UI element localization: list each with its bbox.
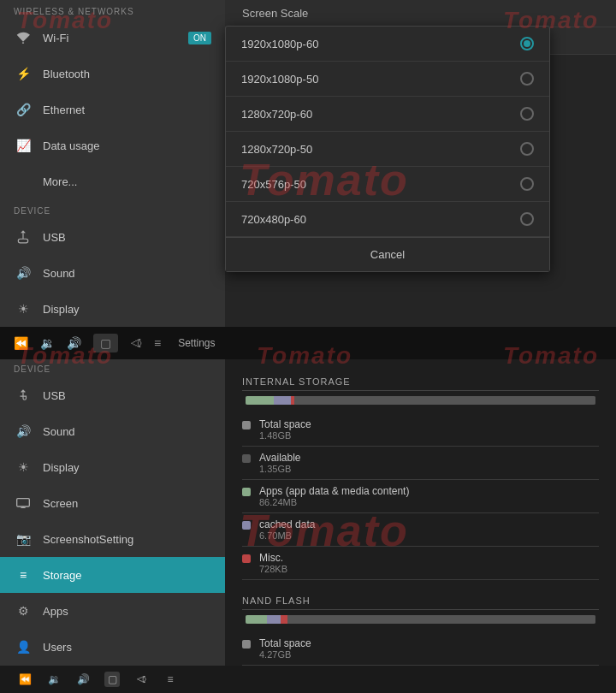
option-label-1: 1920x1080p-50 xyxy=(241,73,318,86)
option-label-2: 1280x720p-60 xyxy=(241,108,312,121)
apps-label: Apps xyxy=(43,605,68,618)
sidebar-item-display-top[interactable]: ☀ Display xyxy=(0,291,225,327)
sidebar-item-usb-bottom[interactable]: USB xyxy=(0,377,225,413)
bar-free xyxy=(294,396,595,405)
mid-taskbar: ⏪ 🔉 🔊 ▢ ⏿ ≡ Settings xyxy=(0,327,616,359)
vol-up-icon-bottom[interactable]: 🔊 xyxy=(75,672,91,687)
radio-2 xyxy=(520,107,534,121)
screenshot-label-bottom: ScreenshotSetting xyxy=(43,533,133,546)
sidebar-item-data-usage[interactable]: 📈 Data usage xyxy=(0,127,225,163)
vol-up-icon-mid[interactable]: 🔊 xyxy=(67,336,81,350)
misc-row: Misc. 728KB xyxy=(242,547,599,580)
nand-bar-misc xyxy=(281,615,287,624)
cached-value: 6.70MB xyxy=(259,530,315,541)
radio-1 xyxy=(520,72,534,86)
power-icon-mid[interactable]: ⏿ xyxy=(130,336,142,350)
lower-sidebar: DEVICE USB 🔊 Sound ☀ Display Screen 📷 Sc… xyxy=(0,359,225,693)
sidebar-item-apps[interactable]: ⚙ Apps xyxy=(0,593,225,629)
apps-label: Apps (app data & media content) xyxy=(259,485,409,497)
cached-row: cached data 6.70MB xyxy=(242,513,599,547)
back-icon-mid[interactable]: ⏪ xyxy=(14,336,28,350)
internal-storage-header: INTERNAL STORAGE xyxy=(242,370,599,391)
nand-bar-cached xyxy=(267,615,281,624)
ethernet-label: Ethernet xyxy=(43,104,85,116)
nand-total-row: Total space 4.27GB xyxy=(242,632,599,666)
ethernet-icon: 🔗 xyxy=(14,100,33,119)
menu-icon-mid[interactable]: ≡ xyxy=(154,336,161,350)
radio-0 xyxy=(520,37,534,50)
sidebar-item-bluetooth[interactable]: ⚡ Bluetooth xyxy=(0,56,225,92)
upper-sidebar: WIRELESS & NETWORKS Wi-Fi ON ⚡ Bluetooth… xyxy=(0,0,225,359)
apps-row: Apps (app data & media content) 86.24MB xyxy=(242,480,599,513)
sidebar-item-display-bottom[interactable]: ☀ Display xyxy=(0,449,225,485)
sidebar-item-ethernet[interactable]: 🔗 Ethernet xyxy=(0,92,225,127)
bluetooth-label: Bluetooth xyxy=(43,68,90,80)
option-label-4: 720x576p-50 xyxy=(241,178,306,191)
radio-4 xyxy=(520,177,534,191)
data-icon: 📈 xyxy=(14,136,33,155)
wireless-section-label: WIRELESS & NETWORKS xyxy=(0,0,225,20)
usb-label-top: USB xyxy=(43,231,66,244)
available-label: Available xyxy=(259,452,300,464)
more-label: More... xyxy=(43,175,77,188)
sidebar-item-screenshot-bottom[interactable]: 📷 ScreenshotSetting xyxy=(0,521,225,557)
bar-cached xyxy=(274,396,291,405)
sound-label-top: Sound xyxy=(43,267,75,280)
usb-icon-bottom xyxy=(14,386,33,405)
sidebar-item-usb-top[interactable]: USB xyxy=(0,219,225,255)
camera-icon-bottom: 📷 xyxy=(14,530,33,548)
nand-bar-free xyxy=(287,615,595,624)
sidebar-item-wifi[interactable]: Wi-Fi ON xyxy=(0,20,225,56)
more-icon xyxy=(14,172,33,191)
usb-label-bottom: USB xyxy=(43,389,66,402)
nand-bar-apps xyxy=(246,615,267,624)
option-720x576p-50[interactable]: 720x576p-50 xyxy=(226,167,549,202)
total-space-label: Total space xyxy=(259,418,311,430)
cached-label: cached data xyxy=(259,518,315,530)
bottom-taskbar: ⏪ 🔉 🔊 ▢ ⏿ ≡ xyxy=(0,666,616,693)
wifi-toggle[interactable]: ON xyxy=(188,32,211,44)
sidebar-item-users[interactable]: 👤 Users xyxy=(0,629,225,665)
vol-down-icon-bottom[interactable]: 🔉 xyxy=(46,672,62,687)
misc-value: 728KB xyxy=(259,564,287,574)
available-value: 1.35GB xyxy=(259,464,300,474)
screen-icon-mid[interactable]: ▢ xyxy=(93,334,118,352)
storage-panel: INTERNAL STORAGE Total space 1.48GB Avai… xyxy=(225,359,616,693)
screen-icon-bottom[interactable]: ▢ xyxy=(104,672,120,687)
option-720x480p-60[interactable]: 720x480p-60 xyxy=(226,202,549,237)
sidebar-item-sound-top[interactable]: 🔊 Sound xyxy=(0,255,225,291)
sidebar-item-sound-bottom[interactable]: 🔊 Sound xyxy=(0,413,225,449)
display-label-top: Display xyxy=(43,303,80,316)
usb-icon-top xyxy=(14,228,33,246)
menu-icon-bottom[interactable]: ≡ xyxy=(163,672,178,687)
vol-down-icon-mid[interactable]: 🔉 xyxy=(40,336,55,350)
option-label-5: 720x480p-60 xyxy=(241,213,306,226)
misc-dot xyxy=(242,554,251,563)
sound-icon-bottom: 🔊 xyxy=(14,422,33,441)
option-label-3: 1280x720p-50 xyxy=(241,143,312,156)
sidebar-item-storage-bottom[interactable]: ≡ Storage xyxy=(0,557,225,593)
sidebar-item-more-top[interactable]: More... xyxy=(0,163,225,199)
option-1920x1080p-50[interactable]: 1920x1080p-50 xyxy=(226,62,549,97)
cached-dot xyxy=(242,521,251,530)
sound-icon-top: 🔊 xyxy=(14,264,33,282)
nand-total-label: Total space xyxy=(259,637,311,649)
option-1280x720p-50[interactable]: 1280x720p-50 xyxy=(226,132,549,167)
available-dot xyxy=(242,454,251,463)
sidebar-item-screen-bottom[interactable]: Screen xyxy=(0,485,225,521)
storage-icon-bottom: ≡ xyxy=(14,566,33,584)
misc-label: Misc. xyxy=(259,552,287,564)
resolution-dropdown: 1920x1080p-60 1920x1080p-50 1280x720p-60… xyxy=(225,26,550,272)
nand-total-dot xyxy=(242,640,251,649)
apps-value: 86.24MB xyxy=(259,497,409,507)
screen-icon-bottom xyxy=(14,494,33,512)
available-row: Available 1.35GB xyxy=(242,447,599,480)
back-icon-bottom[interactable]: ⏪ xyxy=(17,672,33,687)
total-space-row: Total space 1.48GB xyxy=(242,413,599,447)
power-icon-bottom[interactable]: ⏿ xyxy=(133,672,149,687)
option-1280x720p-60[interactable]: 1280x720p-60 xyxy=(226,97,549,132)
cancel-button[interactable]: Cancel xyxy=(226,237,549,271)
wifi-icon xyxy=(14,28,33,47)
bar-apps xyxy=(246,396,274,405)
option-1920x1080p-60[interactable]: 1920x1080p-60 xyxy=(226,27,549,62)
